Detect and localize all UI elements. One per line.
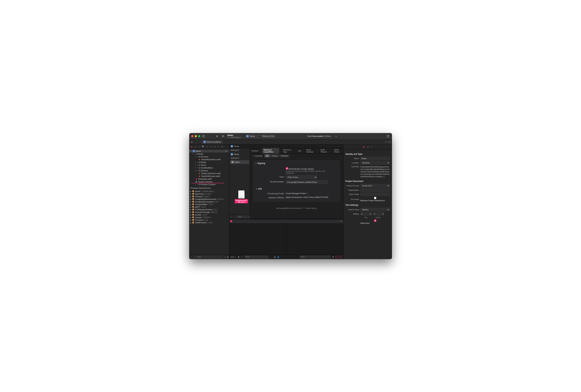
class-prefix-input[interactable] xyxy=(360,193,390,196)
debug-navigator-icon[interactable]: ▭ xyxy=(213,145,216,148)
tab-width-input[interactable] xyxy=(360,212,369,215)
package-row[interactable]: ▸📦GoogleDataTransport 9.4.0 xyxy=(189,201,229,203)
remove-target-button[interactable]: － xyxy=(234,215,236,218)
variables-filter-input[interactable] xyxy=(244,255,268,258)
seg-release[interactable]: Release xyxy=(279,154,290,157)
indent-width-input[interactable] xyxy=(373,212,382,215)
back-button[interactable]: 〈 xyxy=(194,140,197,144)
history-inspector-icon[interactable]: ◷ xyxy=(367,146,369,148)
report-navigator-icon[interactable]: ☰ xyxy=(221,145,224,148)
project-format-select[interactable]: Xcode 14.0 xyxy=(360,184,390,187)
console-person-icon[interactable]: 👤 xyxy=(277,256,279,258)
scheme-title[interactable]: Notes #1 · Add "Notes f… xyxy=(228,134,242,138)
package-row[interactable]: ▸📦Promises 2.4.0 xyxy=(189,219,229,221)
disclosure-icon[interactable]: ▾ xyxy=(256,162,256,165)
adjust-editor-icon[interactable] xyxy=(388,140,391,144)
tree-folder-services[interactable]: ▾▸◨Services xyxy=(189,155,229,158)
wrap-lines-row[interactable]: Wrap lines xyxy=(360,220,390,224)
tree-root[interactable]: ▾ Notes M xyxy=(189,150,229,152)
tab-resource-tags[interactable]: Resource Tags xyxy=(282,148,294,154)
seg-debug[interactable]: Debug xyxy=(270,154,279,157)
help-inspector-icon[interactable]: ? xyxy=(371,146,372,148)
forward-button[interactable]: 〉 xyxy=(197,140,200,144)
debug-tab-indicator[interactable] xyxy=(230,220,232,222)
auto-scope-select[interactable]: Auto ⌃ xyxy=(230,256,236,258)
code-review-icon[interactable]: ⇄ xyxy=(384,140,388,144)
indent-width-stepper[interactable]: ▲▼ xyxy=(382,213,384,215)
package-row[interactable]: ▸📦AppCheck 10.19.0 xyxy=(189,193,229,195)
tab-width-stepper[interactable]: ▲▼ xyxy=(370,213,372,215)
trash-icon[interactable]: 🗑 xyxy=(332,256,334,258)
auto-signing-checkbox[interactable] xyxy=(286,167,288,170)
toggle-debug-panel-icon[interactable]: ▭ xyxy=(340,220,342,222)
auto-signing-row[interactable]: Automatically manage signing xyxy=(286,168,314,170)
tab-info[interactable]: Info xyxy=(296,149,302,152)
tab-build-rules[interactable]: Build Rules xyxy=(333,148,343,154)
package-row[interactable]: ▸📦leveldb 1.22.5 xyxy=(189,214,229,216)
package-row[interactable]: ▸📦GoogleAppMeasurement 10.24.0 xyxy=(189,198,229,201)
recent-filter-icon[interactable]: ◴ xyxy=(224,256,226,258)
tab-build-phases[interactable]: Build Phases xyxy=(319,148,330,154)
wrap-lines-checkbox[interactable] xyxy=(360,219,390,222)
project-list-item[interactable]: ANotes xyxy=(229,152,250,156)
target-list-item[interactable]: ANotes xyxy=(230,160,249,164)
minimize-window-button[interactable] xyxy=(195,135,197,137)
tree-folder-screens[interactable]: ▾▸◨Screens xyxy=(189,169,229,172)
related-items-icon[interactable]: ▦ xyxy=(190,140,194,144)
tab-general[interactable]: General xyxy=(250,149,260,152)
editor-tab[interactable]: A Notes.xcodeproj xyxy=(202,140,223,144)
navigator-filter-input[interactable] xyxy=(193,256,223,258)
package-row[interactable]: ▸📦nanopb 2.30910.0 xyxy=(189,216,229,219)
console-filter-input[interactable] xyxy=(300,255,331,258)
tab-build-settings[interactable]: Build Settings xyxy=(305,148,317,154)
project-tree[interactable]: ▾ Notes M ▾▸◨Notes ▾▸◨Services ◆NotesRep… xyxy=(189,149,229,255)
show-console-panel-icon[interactable] xyxy=(340,256,342,258)
team-select[interactable]: Peter Friese xyxy=(286,175,317,179)
console-eye-icon[interactable]: ◉ xyxy=(274,256,276,258)
toggle-navigator-button[interactable] xyxy=(202,134,206,138)
variables-view[interactable] xyxy=(229,223,286,255)
issue-navigator-icon[interactable]: ⚠ xyxy=(206,145,208,148)
tree-folder-views[interactable]: ▸▸◨Views xyxy=(189,164,229,166)
package-row[interactable]: ▸📦Firebase 10.24.0 xyxy=(189,195,229,198)
tab-signing[interactable]: Signing & Capabilities xyxy=(262,148,279,154)
scheme-selector[interactable]: A Notes 〉 📱 iPhone 15 Pro xyxy=(245,134,276,138)
package-row[interactable]: ▸📦gRPC 1.62.2 xyxy=(189,206,229,208)
package-row[interactable]: ▸📦GTMSessionFetcher 3.4.1 xyxy=(189,208,229,211)
project-navigator-icon[interactable]: ▥ xyxy=(190,145,193,148)
package-row[interactable]: ▸📦InteropForGoogle 100.0.0 xyxy=(189,211,229,214)
minimize-refs-checkbox[interactable] xyxy=(360,197,390,199)
add-capability-button[interactable]: ＋ Capability xyxy=(252,155,263,157)
indent-using-select[interactable]: Spaces xyxy=(360,208,390,211)
tree-file-noteedit[interactable]: ◆NoteEditScreen.swift xyxy=(189,175,229,178)
toggle-inspector-button[interactable] xyxy=(386,134,390,138)
tree-file-notesapp[interactable]: ◆NotesApp.swift xyxy=(189,178,229,180)
reveal-in-finder-icon[interactable]: ➜ xyxy=(383,175,385,178)
minimize-refs-row[interactable]: Minimize Project References xyxy=(360,197,390,202)
disclosure-icon[interactable]: ▾ xyxy=(256,188,257,190)
package-row[interactable]: ▸📦abseil 1.2024011601.1 xyxy=(189,190,229,193)
package-row[interactable]: ▸📦GoogleUtilities 7.13.1 xyxy=(189,203,229,206)
scm-filter-icon[interactable]: ▣ xyxy=(227,256,228,258)
tree-folder-viewmodifiers[interactable]: ▸▸◨ViewModifiers xyxy=(189,166,229,169)
info-icon[interactable]: ⓘ xyxy=(306,192,308,194)
close-window-button[interactable] xyxy=(191,135,194,137)
tree-file-assets[interactable]: ▣Assets.xcassets xyxy=(189,180,229,183)
tree-file-notesrepo[interactable]: ◆NotesRepository.swift xyxy=(189,158,229,161)
zoom-window-button[interactable] xyxy=(198,135,200,137)
package-row[interactable]: ▸📦SwiftProtobuf 1.26.0 xyxy=(189,221,229,224)
bookmark-navigator-icon[interactable]: ▯ xyxy=(198,145,201,148)
add-file-button[interactable]: ＋ xyxy=(190,256,192,258)
eye-icon[interactable]: ◉ xyxy=(238,256,240,258)
tree-file-noteslist[interactable]: ◆NotesListScreen.swift xyxy=(189,172,229,175)
seg-all[interactable]: All xyxy=(264,154,270,157)
config-segment[interactable]: All Debug Release xyxy=(264,154,290,157)
jump-bar[interactable]: A Notes xyxy=(229,144,343,148)
location-select[interactable]: Absolute xyxy=(360,161,390,165)
tree-folder-preview[interactable]: ▸▸◨Preview Content xyxy=(189,183,229,186)
breakpoint-navigator-icon[interactable]: ⬠ xyxy=(217,145,220,148)
add-button[interactable]: ＋ xyxy=(334,134,338,138)
tree-folder-model[interactable]: ▸▸◨Model xyxy=(189,161,229,164)
find-navigator-icon[interactable]: 🔍 xyxy=(202,145,204,148)
name-input[interactable] xyxy=(360,157,390,160)
